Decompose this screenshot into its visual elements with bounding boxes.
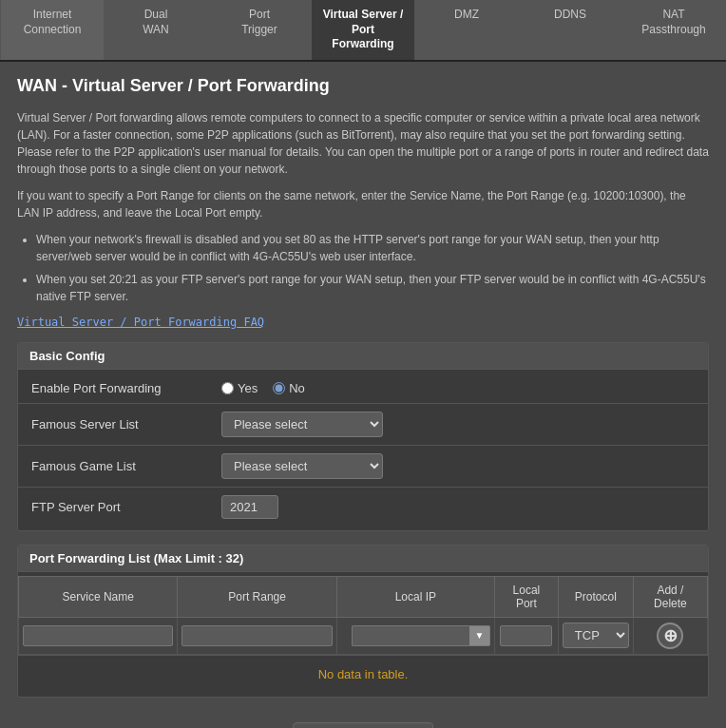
main-content: WAN - Virtual Server / Port Forwarding V… — [0, 62, 726, 728]
famous-game-label: Famous Game List — [31, 459, 221, 473]
famous-server-label: Famous Server List — [31, 417, 221, 431]
table-header-row: Service Name Port Range Local IP Local P… — [19, 576, 708, 617]
navigation-tabs: InternetConnection DualWAN PortTrigger V… — [0, 0, 726, 62]
radio-yes-label: Yes — [238, 381, 258, 395]
local-ip-dropdown-btn[interactable]: ▼ — [469, 625, 490, 646]
famous-server-control: Please select — [221, 412, 695, 437]
no-data-message: No data in table. — [18, 655, 708, 693]
add-row-button[interactable]: ⊕ — [657, 623, 683, 649]
enable-port-forwarding-controls: Yes No — [221, 381, 695, 395]
protocol-select[interactable]: TCP UDP BOTH — [563, 623, 629, 648]
tab-virtual-server[interactable]: Virtual Server / PortForwarding — [312, 0, 415, 60]
port-forwarding-list-body: Service Name Port Range Local IP Local P… — [18, 572, 708, 697]
bullet-item-2: When you set 20:21 as your FTP server's … — [36, 271, 709, 305]
local-ip-input[interactable] — [352, 625, 480, 646]
basic-config-header: Basic Config — [18, 343, 708, 370]
col-local-ip: Local IP — [336, 576, 494, 617]
cell-add-delete: ⊕ — [633, 617, 707, 654]
cell-protocol: TCP UDP BOTH — [558, 617, 633, 654]
local-port-input[interactable] — [500, 625, 552, 646]
cell-service-name — [19, 617, 178, 654]
basic-config-panel: Basic Config Enable Port Forwarding Yes … — [17, 342, 709, 531]
ftp-server-port-label: FTP Server Port — [31, 500, 221, 514]
faq-link[interactable]: Virtual Server / Port Forwarding FAQ — [17, 316, 264, 329]
ftp-server-port-row: FTP Server Port — [18, 488, 708, 527]
radio-no-option[interactable]: No — [273, 381, 305, 395]
radio-yes-input[interactable] — [221, 382, 234, 394]
ftp-server-port-control — [221, 495, 695, 519]
enable-port-forwarding-row: Enable Port Forwarding Yes No — [18, 374, 708, 404]
tab-internet-connection[interactable]: InternetConnection — [0, 0, 105, 60]
famous-game-row: Famous Game List Please select — [18, 446, 708, 488]
col-protocol: Protocol — [558, 576, 633, 617]
port-range-input[interactable] — [182, 625, 332, 646]
tab-dual-wan[interactable]: DualWAN — [105, 0, 208, 60]
col-service-name: Service Name — [19, 576, 178, 617]
port-forwarding-table: Service Name Port Range Local IP Local P… — [18, 576, 708, 655]
local-ip-wrapper: ▼ — [341, 625, 490, 646]
col-port-range: Port Range — [178, 576, 336, 617]
description-2: If you want to specify a Port Range for … — [17, 187, 709, 221]
col-local-port: Local Port — [494, 576, 558, 617]
tab-port-trigger[interactable]: PortTrigger — [208, 0, 312, 60]
basic-config-body: Enable Port Forwarding Yes No — [18, 370, 708, 530]
enable-port-forwarding-label: Enable Port Forwarding — [31, 381, 221, 395]
port-forwarding-list-panel: Port Forwarding List (Max Limit : 32) Se… — [17, 545, 709, 698]
radio-yes-option[interactable]: Yes — [221, 381, 258, 395]
tab-ddns[interactable]: DDNS — [519, 0, 622, 60]
bullet-list: When your network's firewall is disabled… — [36, 231, 709, 305]
tab-nat-passthrough[interactable]: NATPassthrough — [622, 0, 726, 60]
description-1: Virtual Server / Port forwarding allows … — [17, 109, 709, 178]
radio-no-input[interactable] — [273, 382, 285, 394]
tab-dmz[interactable]: DMZ — [415, 0, 519, 60]
port-forwarding-list-header: Port Forwarding List (Max Limit : 32) — [18, 546, 708, 572]
col-add-delete: Add / Delete — [633, 576, 707, 617]
bullet-item-1: When your network's firewall is disabled… — [36, 231, 709, 265]
cell-local-port — [494, 617, 558, 654]
ftp-server-port-input[interactable] — [221, 495, 278, 519]
cell-local-ip: ▼ — [336, 617, 494, 654]
famous-game-select[interactable]: Please select — [221, 453, 383, 479]
apply-button-wrapper: Apply — [17, 711, 709, 728]
radio-no-label: No — [289, 381, 305, 395]
radio-group-port-forwarding: Yes No — [221, 381, 695, 395]
page-title: WAN - Virtual Server / Port Forwarding — [17, 76, 709, 96]
service-name-input[interactable] — [23, 625, 173, 646]
apply-button[interactable]: Apply — [293, 722, 434, 728]
famous-server-select[interactable]: Please select — [221, 412, 383, 437]
table-input-row: ▼ TCP UDP BOTH — [19, 617, 708, 654]
cell-port-range — [178, 617, 336, 654]
famous-server-row: Famous Server List Please select — [18, 404, 708, 446]
famous-game-control: Please select — [221, 453, 695, 479]
